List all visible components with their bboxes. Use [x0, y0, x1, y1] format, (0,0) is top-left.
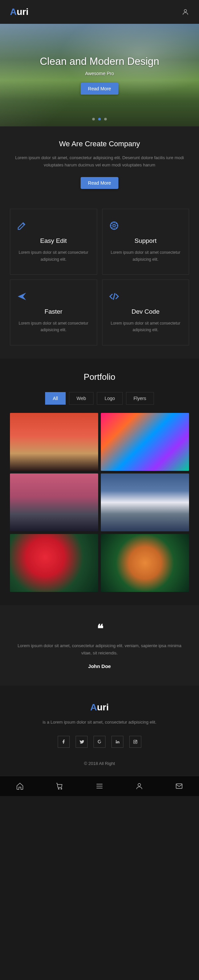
feature-title: Easy Edit	[17, 237, 90, 245]
testimonial-text: Lorem ipsum dolor sit amet, consectetur …	[13, 642, 186, 657]
carousel-dot-active[interactable]	[98, 118, 101, 121]
social-links	[13, 736, 186, 748]
copyright: © 2018 All Right	[13, 761, 186, 766]
carousel-dots	[92, 118, 107, 121]
about-section: We Are Create Company Lorem ipsum dolor …	[0, 126, 199, 202]
header: Auri	[0, 0, 199, 24]
code-icon	[109, 291, 182, 301]
bottom-nav	[0, 776, 199, 796]
gallery-item[interactable]	[101, 534, 189, 592]
testimonial-section: ❝ Lorem ipsum dolor sit amet, consectetu…	[0, 605, 199, 686]
facebook-icon[interactable]	[58, 736, 70, 748]
feature-title: Dev Code	[109, 308, 182, 315]
google-icon[interactable]	[93, 736, 106, 748]
testimonial-author: John Doe	[13, 663, 186, 669]
portfolio-section: Portfolio All Web Logo Flyers	[0, 359, 199, 605]
footer-logo: Auri	[13, 702, 186, 713]
gallery-item[interactable]	[10, 534, 98, 592]
home-icon[interactable]	[16, 782, 24, 790]
gallery-item[interactable]	[101, 474, 189, 531]
svg-point-0	[184, 10, 186, 12]
feature-text: Lorem ipsum dolor sit amet consectetur a…	[17, 320, 90, 334]
svg-point-6	[58, 788, 59, 789]
feature-text: Lorem ipsum dolor sit amet consectetur a…	[109, 320, 182, 334]
portfolio-gallery	[10, 413, 189, 592]
svg-point-7	[61, 788, 62, 789]
menu-icon[interactable]	[96, 782, 103, 790]
carousel-dot[interactable]	[104, 118, 107, 121]
tab-all[interactable]: All	[45, 392, 66, 405]
feature-easy-edit: Easy Edit Lorem ipsum dolor sit amet con…	[10, 209, 97, 275]
gallery-item[interactable]	[10, 474, 98, 531]
edit-icon	[17, 221, 90, 231]
about-text: Lorem ipsum dolor sit amet, consectetur …	[10, 154, 189, 169]
feature-support: Support Lorem ipsum dolor sit amet conse…	[102, 209, 189, 275]
features-grid: Easy Edit Lorem ipsum dolor sit amet con…	[0, 202, 199, 359]
gallery-item[interactable]	[101, 413, 189, 471]
gallery-item[interactable]	[10, 413, 98, 471]
hero-read-more-button[interactable]: Read More	[80, 83, 118, 95]
svg-point-2	[113, 224, 116, 227]
carousel-dot[interactable]	[92, 118, 95, 121]
mail-icon[interactable]	[175, 782, 183, 790]
tab-web[interactable]: Web	[69, 392, 94, 405]
feature-text: Lorem ipsum dolor sit amet consectetur a…	[17, 249, 90, 263]
portfolio-title: Portfolio	[10, 372, 189, 382]
feature-text: Lorem ipsum dolor sit amet consectetur a…	[109, 249, 182, 263]
svg-rect-9	[176, 784, 182, 788]
svg-point-4	[135, 741, 136, 743]
about-title: We Are Create Company	[10, 140, 189, 148]
feature-dev-code: Dev Code Lorem ipsum dolor sit amet cons…	[102, 280, 189, 345]
send-icon	[17, 291, 90, 301]
svg-point-8	[138, 783, 141, 786]
logo-accent: A	[10, 6, 17, 17]
feature-faster: Faster Lorem ipsum dolor sit amet consec…	[10, 280, 97, 345]
logo-text: uri	[17, 6, 29, 17]
support-icon	[109, 221, 182, 231]
footer-text: is a Lorem ipsum dolor sit amet, consect…	[13, 719, 186, 726]
feature-title: Support	[109, 237, 182, 245]
footer: Auri is a Lorem ipsum dolor sit amet, co…	[0, 686, 199, 776]
hero-title: Clean and Modern Design	[40, 56, 159, 67]
cart-icon[interactable]	[56, 782, 64, 790]
tab-logo[interactable]: Logo	[97, 392, 122, 405]
quote-icon: ❝	[13, 622, 186, 636]
hero-section: Clean and Modern Design Awesome Pro Read…	[0, 24, 199, 126]
logo[interactable]: Auri	[10, 6, 29, 17]
portfolio-tabs: All Web Logo Flyers	[10, 392, 189, 405]
twitter-icon[interactable]	[75, 736, 88, 748]
profile-icon[interactable]	[135, 782, 143, 790]
tab-flyers[interactable]: Flyers	[126, 392, 154, 405]
hero-subtitle: Awesome Pro	[40, 71, 159, 76]
linkedin-icon[interactable]	[111, 736, 124, 748]
instagram-icon[interactable]	[129, 736, 141, 748]
feature-title: Faster	[17, 308, 90, 315]
about-read-more-button[interactable]: Read More	[80, 177, 118, 189]
user-icon[interactable]	[182, 8, 189, 16]
